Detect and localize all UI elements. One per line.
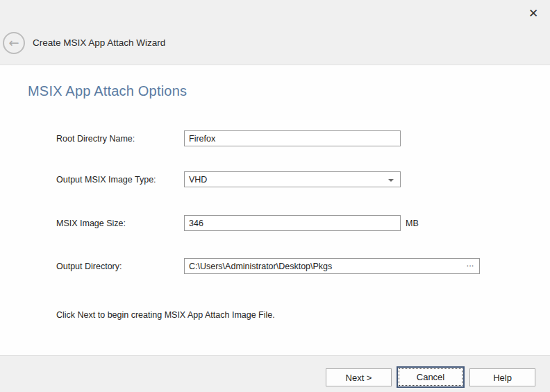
root-directory-label: Root Directry Name: [56,130,135,146]
back-button[interactable]: ← [3,32,25,54]
button-bar: Next > Cancel Help [0,355,550,392]
image-type-label: Output MSIX Image Type: [56,171,156,187]
wizard-content: MSIX App Attach Options Root Directry Na… [0,66,550,355]
next-button[interactable]: Next > [326,368,392,386]
image-size-label: MSIX Image Size: [56,215,126,231]
image-type-value: VHD [189,175,207,185]
back-arrow-icon: ← [8,37,19,49]
wizard-header: ✕ ← Create MSIX App Attach Wizard [0,0,550,65]
help-button[interactable]: Help [469,368,535,386]
output-directory-input[interactable] [184,258,480,274]
output-directory-row: Output Directory: ... [0,258,550,274]
output-directory-label: Output Directory: [56,258,122,274]
image-size-unit: MB [406,215,419,231]
wizard-title: Create MSIX App Attach Wizard [33,37,165,48]
browse-icon[interactable]: ... [463,259,477,273]
root-directory-input[interactable] [184,130,401,146]
wizard-window: ✕ ← Create MSIX App Attach Wizard MSIX A… [0,0,550,392]
page-title: MSIX App Attach Options [28,83,187,99]
image-type-dropdown[interactable]: VHD [184,171,401,187]
image-size-input[interactable] [184,215,401,231]
image-type-row: Output MSIX Image Type: VHD [0,171,550,187]
instruction-text: Click Next to begin creating MSIX App At… [56,310,275,320]
output-directory-field: ... [184,258,480,274]
image-size-row: MSIX Image Size: MB [0,215,550,231]
root-directory-row: Root Directry Name: [0,130,550,146]
cancel-button[interactable]: Cancel [397,366,465,388]
chevron-down-icon [388,179,394,182]
close-icon[interactable]: ✕ [524,3,543,23]
